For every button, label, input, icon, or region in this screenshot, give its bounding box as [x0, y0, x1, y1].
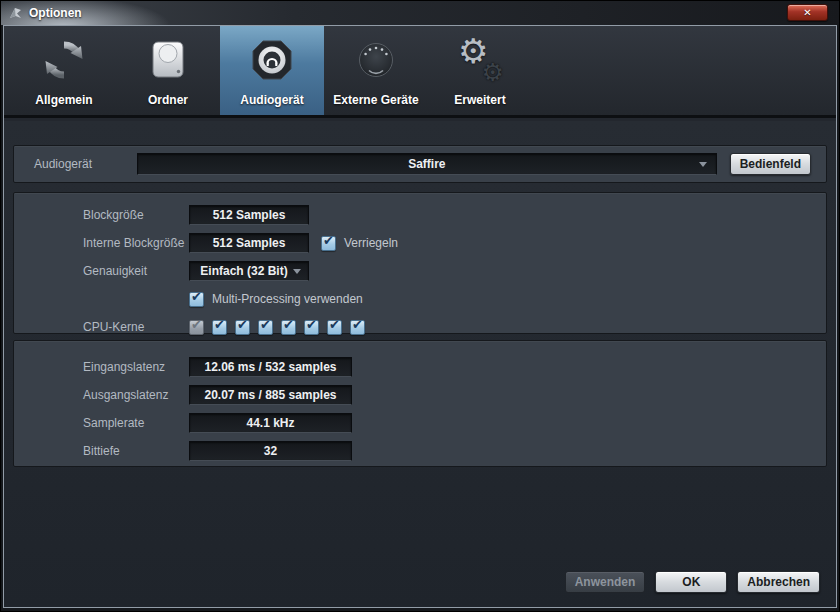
ok-button[interactable]: OK	[655, 571, 727, 593]
dialog-footer: Anwenden OK Abbrechen	[565, 571, 820, 593]
precision-select[interactable]: Einfach (32 Bit)	[189, 261, 309, 281]
audio-settings-content: Audiogerät Saffire Bedienfeld Blockgröße…	[4, 121, 836, 607]
tab-ordner[interactable]: Ordner	[116, 26, 220, 115]
lock-checkbox[interactable]	[321, 236, 336, 251]
multiprocessing-row: Multi-Processing verwenden	[14, 285, 826, 313]
internal-block-size-row: Interne Blockgröße 512 Samples Verriegel…	[14, 229, 826, 257]
block-size-value: 512 Samples	[189, 205, 309, 225]
options-dialog: Optionen ✕ Allgemein	[0, 0, 840, 612]
internal-block-size-label: Interne Blockgröße	[83, 236, 189, 250]
tab-allgemein[interactable]: Allgemein	[12, 26, 116, 115]
tab-label: Audiogerät	[240, 93, 303, 107]
gear-small-icon: ⚙	[482, 58, 504, 87]
options-tab-bar: Allgemein Ordner	[4, 26, 836, 118]
precision-label: Genauigkeit	[83, 264, 189, 278]
output-latency-label: Ausgangslatenz	[83, 388, 189, 402]
multiprocessing-checkbox[interactable]	[189, 292, 204, 307]
app-logo-icon	[7, 5, 24, 22]
output-latency-row: Ausgangslatenz 20.07 ms / 885 samples	[14, 381, 826, 409]
tab-label: Erweitert	[454, 93, 505, 107]
bitdepth-value: 32	[189, 441, 352, 461]
tab-erweitert[interactable]: ⚙ ⚙ Erweitert	[428, 26, 532, 115]
speaker-icon	[249, 37, 295, 83]
control-panel-button[interactable]: Bedienfeld	[730, 153, 811, 175]
audio-device-value: Saffire	[408, 157, 445, 171]
cpu-cores-label: CPU-Kerne	[83, 320, 189, 334]
audio-device-panel: Audiogerät Saffire Bedienfeld	[13, 145, 827, 183]
samplerate-label: Samplerate	[83, 416, 189, 430]
samplerate-value: 44.1 kHz	[189, 413, 352, 433]
cpu-core-checkbox-2[interactable]	[212, 320, 227, 335]
tab-label: Externe Geräte	[333, 93, 418, 107]
cpu-core-checkbox-8[interactable]	[350, 320, 365, 335]
sync-icon	[41, 37, 87, 83]
chevron-down-icon	[293, 269, 301, 274]
input-latency-value: 12.06 ms / 532 samples	[189, 357, 352, 377]
cpu-core-checkbox-7[interactable]	[327, 320, 342, 335]
close-button[interactable]: ✕	[787, 4, 828, 21]
window-title: Optionen	[29, 6, 82, 20]
lock-label: Verriegeln	[344, 236, 398, 250]
dialog-body: Allgemein Ordner	[3, 25, 837, 608]
audio-device-label: Audiogerät	[34, 157, 137, 171]
title-bar[interactable]: Optionen ✕	[1, 1, 839, 25]
cancel-button[interactable]: Abbrechen	[737, 571, 820, 593]
bitdepth-label: Bittiefe	[83, 444, 189, 458]
gears-icon: ⚙ ⚙	[457, 37, 503, 83]
knob-icon	[353, 37, 399, 83]
input-latency-label: Eingangslatenz	[83, 360, 189, 374]
cpu-core-checkbox-5[interactable]	[281, 320, 296, 335]
cpu-core-checkbox-4[interactable]	[258, 320, 273, 335]
multiprocessing-label: Multi-Processing verwenden	[212, 292, 363, 306]
tab-label: Ordner	[148, 93, 188, 107]
chevron-down-icon	[699, 162, 707, 167]
processing-settings-panel: Blockgröße 512 Samples Interne Blockgröß…	[13, 192, 827, 334]
cpu-core-checkbox-1	[189, 320, 204, 335]
cpu-core-checkbox-3[interactable]	[235, 320, 250, 335]
tab-externe-geraete[interactable]: Externe Geräte	[324, 26, 428, 115]
apply-button: Anwenden	[565, 571, 646, 593]
precision-row: Genauigkeit Einfach (32 Bit)	[14, 257, 826, 285]
internal-block-size-value: 512 Samples	[189, 233, 309, 253]
tab-audiogeraet[interactable]: Audiogerät	[220, 26, 324, 115]
output-latency-value: 20.07 ms / 885 samples	[189, 385, 352, 405]
close-icon: ✕	[803, 7, 811, 18]
block-size-label: Blockgröße	[83, 208, 189, 222]
input-latency-row: Eingangslatenz 12.06 ms / 532 samples	[14, 353, 826, 381]
latency-info-panel: Eingangslatenz 12.06 ms / 532 samples Au…	[13, 340, 827, 467]
samplerate-row: Samplerate 44.1 kHz	[14, 409, 826, 437]
audio-device-select[interactable]: Saffire	[137, 153, 717, 175]
tab-label: Allgemein	[35, 93, 92, 107]
cpu-cores-row: CPU-Kerne	[14, 313, 826, 341]
drive-icon	[145, 37, 191, 83]
cpu-core-checkbox-6[interactable]	[304, 320, 319, 335]
block-size-row: Blockgröße 512 Samples	[14, 201, 826, 229]
precision-value: Einfach (32 Bit)	[200, 264, 287, 278]
bitdepth-row: Bittiefe 32	[14, 437, 826, 465]
